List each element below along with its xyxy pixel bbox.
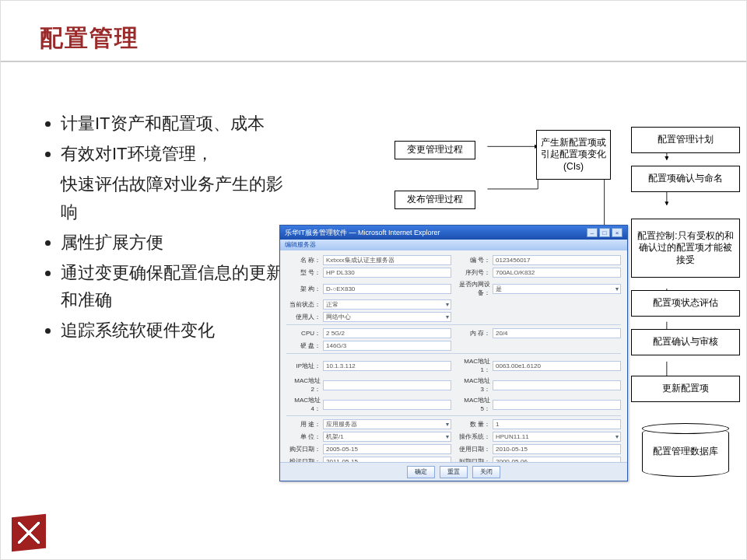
select-field[interactable]: HPUN11.11: [493, 432, 621, 442]
bullet-item: 属性扩展方便: [61, 229, 285, 256]
form-cell: 型 号：HP DL330: [286, 268, 451, 278]
form-cell: 单 位：机架/1: [286, 432, 451, 442]
bullet-item: 有效对IT环境管理，: [61, 140, 285, 167]
field-label: MAC地址4：: [286, 396, 321, 413]
form-row: 购买日期：2005-05-15使用日期：2010-05-15: [286, 444, 621, 454]
field-label: 名 称：: [286, 256, 321, 264]
window-titlebar: 乐华IT服务管理软件 — Microsoft Internet Explorer…: [280, 226, 627, 240]
form-row: 硬 盘：146G/3: [286, 341, 621, 351]
divider: [286, 324, 621, 325]
divider: [286, 353, 621, 354]
text-field[interactable]: [493, 400, 621, 410]
text-field[interactable]: HP DL330: [323, 268, 451, 278]
field-label: 数 量：: [456, 420, 490, 429]
flow-box-r6: 更新配置项: [631, 376, 740, 402]
divider: [286, 415, 621, 416]
select-field[interactable]: 机架/1: [323, 432, 451, 442]
form-row: MAC地址4：MAC地址5：: [286, 396, 621, 413]
text-field[interactable]: 0123456017: [493, 255, 621, 265]
minimize-icon[interactable]: –: [587, 228, 598, 237]
text-field[interactable]: [493, 380, 621, 390]
field-label: CPU：: [286, 329, 321, 338]
form-row: 架 构：D-○EX830是否内网设备：是: [286, 280, 621, 297]
close-button[interactable]: 关闭: [472, 466, 500, 478]
form-cell: 名 称：Kxtxxx集成认证主服务器: [286, 255, 451, 265]
form-row: 单 位：机架/1操作系统：HPUN11.11: [286, 432, 621, 442]
field-label: 操作系统：: [456, 432, 490, 441]
field-label: 使用日期：: [456, 445, 490, 453]
reset-button[interactable]: 重置: [440, 466, 468, 478]
window-title: 乐华IT服务管理软件 — Microsoft Internet Explorer: [285, 228, 440, 238]
field-label: 用 途：: [286, 420, 321, 429]
form-row: 当前状态：正常: [286, 299, 621, 310]
text-field[interactable]: 20/4: [493, 328, 621, 338]
form-cell: 编 号：0123456017: [456, 255, 621, 265]
field-label: 单 位：: [286, 432, 321, 441]
app-window: 乐华IT服务管理软件 — Microsoft Internet Explorer…: [279, 225, 628, 481]
form-cell: 操作系统：HPUN11.11: [456, 432, 621, 442]
text-field[interactable]: 146G/3: [323, 341, 451, 351]
flow-box-change: 变更管理过程: [395, 141, 475, 159]
maximize-icon[interactable]: □: [599, 228, 610, 237]
field-label: 硬 盘：: [286, 341, 321, 350]
field-label: 型 号：: [286, 268, 321, 277]
window-controls: – □ ×: [587, 228, 622, 237]
form-cell: 当前状态：正常: [286, 299, 451, 310]
field-label: 编 号：: [456, 256, 490, 264]
text-field[interactable]: 2 5G/2: [323, 328, 451, 338]
field-label: 序列号：: [456, 268, 490, 277]
field-label: MAC地址2：: [286, 376, 321, 394]
flow-box-r3: 配置控制:只有受权的和确认过的配置项才能被接受: [631, 219, 740, 278]
text-field[interactable]: D-○EX830: [323, 284, 451, 294]
bullet-list: 计量IT资产和配置项、成本 有效对IT环境管理， 快速评估故障对业务产生的影响 …: [44, 110, 285, 348]
select-field[interactable]: 是: [493, 284, 621, 294]
form-cell: MAC地址5：: [456, 396, 621, 413]
bullet-item: 计量IT资产和配置项、成本: [61, 110, 285, 137]
select-field[interactable]: 网络中心: [323, 312, 451, 322]
bullet-item: 快速评估故障对业务产生的影响: [61, 170, 285, 225]
text-field[interactable]: 10.1.3.112: [323, 361, 451, 371]
bullet-item: 通过变更确保配置信息的更新和准确: [61, 259, 285, 313]
form-cell: [456, 299, 621, 310]
form-row: 使用人：网络中心: [286, 312, 621, 322]
flow-box-r2: 配置项确认与命名: [631, 166, 740, 192]
text-field[interactable]: 2005-05-15: [323, 444, 451, 454]
text-field[interactable]: 0063.00e1.6120: [493, 361, 621, 371]
field-label: MAC地址3：: [456, 376, 490, 394]
field-label: 架 构：: [286, 285, 321, 293]
form-cell: 数 量：1: [456, 419, 621, 429]
form-cell: IP地址：10.1.3.112: [286, 357, 451, 374]
bullet-item: 追踪系统软硬件变化: [61, 317, 285, 344]
text-field[interactable]: Kxtxxx集成认证主服务器: [323, 255, 451, 265]
form-cell: 使用人：网络中心: [286, 312, 451, 322]
text-field[interactable]: [323, 380, 451, 390]
title-underline: [1, 61, 746, 62]
close-icon[interactable]: ×: [612, 228, 622, 237]
field-label: 购买日期：: [286, 445, 321, 453]
form-cell: MAC地址4：: [286, 396, 451, 413]
flow-box-r1: 配置管理计划: [631, 127, 740, 153]
window-subtitle: 编辑服务器: [280, 240, 627, 250]
field-label: 是否内网设备：: [456, 280, 490, 297]
form-cell: [456, 341, 621, 351]
form-row: IP地址：10.1.3.112MAC地址1：0063.00e1.6120: [286, 357, 621, 374]
form-cell: MAC地址3：: [456, 376, 621, 394]
brand-logo: [12, 514, 46, 552]
field-label: 使用人：: [286, 313, 321, 321]
page-title: 配置管理: [1, 1, 746, 54]
field-label: 当前状态：: [286, 300, 321, 309]
form-cell: CPU：2 5G/2: [286, 328, 451, 338]
form-cell: 序列号：700ALO/K832: [456, 268, 621, 278]
text-field[interactable]: 2010-05-15: [493, 444, 621, 454]
select-field[interactable]: 正常: [323, 299, 451, 310]
flow-box-release: 发布管理过程: [395, 191, 475, 209]
text-field[interactable]: 700ALO/K832: [493, 268, 621, 278]
form-row: 用 途：应用服务器数 量：1: [286, 419, 621, 429]
text-field[interactable]: 1: [493, 419, 621, 429]
text-field[interactable]: [323, 400, 451, 410]
field-label: MAC地址5：: [456, 396, 490, 413]
form-body: 名 称：Kxtxxx集成认证主服务器编 号：0123456017型 号：HP D…: [280, 250, 627, 481]
flow-db: 配置管理数据库: [642, 427, 729, 477]
select-field[interactable]: 应用服务器: [323, 419, 451, 429]
ok-button[interactable]: 确定: [407, 466, 435, 478]
